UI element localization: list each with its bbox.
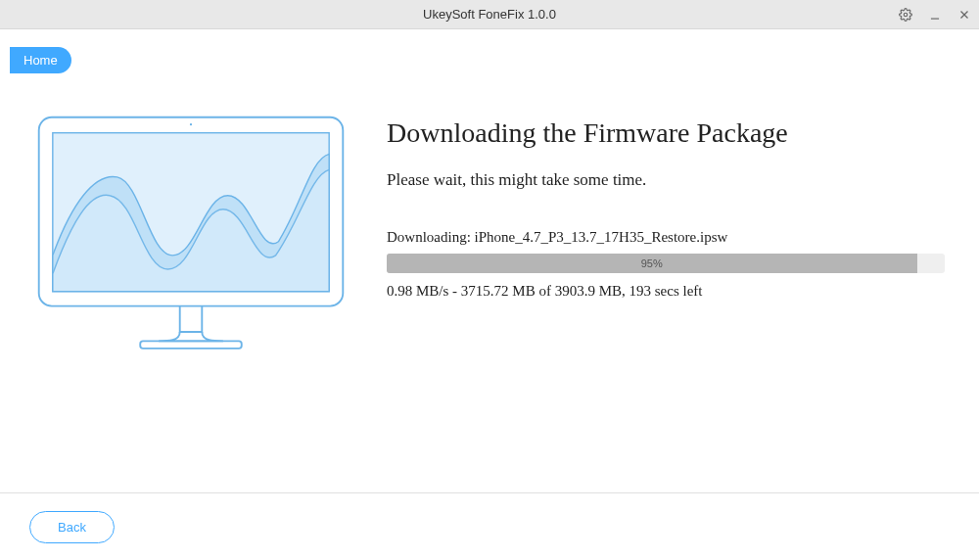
monitor-illustration-icon bbox=[34, 113, 348, 361]
minimize-icon bbox=[928, 8, 942, 22]
svg-rect-7 bbox=[140, 341, 242, 349]
footer: Back bbox=[0, 493, 979, 560]
back-button[interactable]: Back bbox=[29, 511, 115, 543]
titlebar: UkeySoft FoneFix 1.0.0 bbox=[0, 0, 979, 29]
progress-fill: 95% bbox=[387, 254, 917, 273]
settings-button[interactable] bbox=[891, 0, 920, 29]
svg-point-0 bbox=[904, 13, 908, 17]
window-controls bbox=[891, 0, 979, 28]
home-button[interactable]: Home bbox=[10, 47, 71, 73]
minimize-button[interactable] bbox=[920, 0, 950, 29]
progress-bar: 95% bbox=[387, 254, 945, 273]
download-section: Downloading the Firmware Package Please … bbox=[387, 108, 945, 473]
close-icon bbox=[957, 8, 971, 22]
download-subtitle: Please wait, this might take some time. bbox=[387, 170, 945, 190]
close-button[interactable] bbox=[950, 0, 979, 29]
gear-icon bbox=[899, 8, 912, 22]
svg-point-5 bbox=[190, 123, 192, 125]
app-title: UkeySoft FoneFix 1.0.0 bbox=[423, 7, 556, 22]
main-content: Downloading the Firmware Package Please … bbox=[0, 29, 979, 493]
download-file-label: Downloading: iPhone_4.7_P3_13.7_17H35_Re… bbox=[387, 229, 945, 246]
download-stats: 0.98 MB/s - 3715.72 MB of 3903.9 MB, 193… bbox=[387, 283, 945, 300]
illustration bbox=[34, 108, 348, 473]
download-heading: Downloading the Firmware Package bbox=[387, 117, 945, 149]
